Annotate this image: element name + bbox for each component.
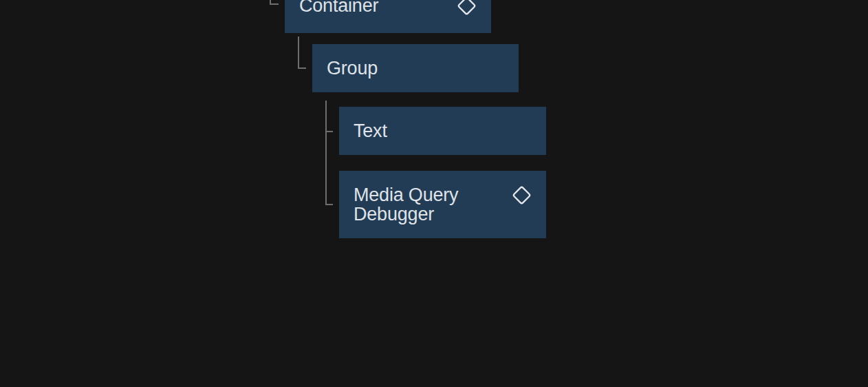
tree-node-group[interactable]: Group (312, 44, 519, 92)
tree-node-media-query-debugger[interactable]: Media Query Debugger (339, 171, 546, 238)
tree-connector-mqd-tick (325, 204, 333, 205)
tree-connector-children-vertical (325, 101, 327, 205)
tree-connector-text-tick (325, 131, 333, 132)
tree-connector-container-elbow (270, 3, 279, 5)
tree-connector-group-elbow (298, 67, 306, 69)
component-diamond-icon (457, 0, 476, 19)
tree-node-label: Text (354, 121, 531, 140)
tree-node-label: Group (327, 59, 503, 78)
tree-node-label: Container (299, 0, 452, 15)
tree-connector-group-vertical (298, 36, 299, 69)
component-diamond-icon (512, 186, 531, 208)
tree-node-container[interactable]: Container (285, 0, 491, 33)
tree-node-label: Media Query Debugger (354, 185, 507, 224)
tree-node-text[interactable]: Text (339, 107, 546, 155)
